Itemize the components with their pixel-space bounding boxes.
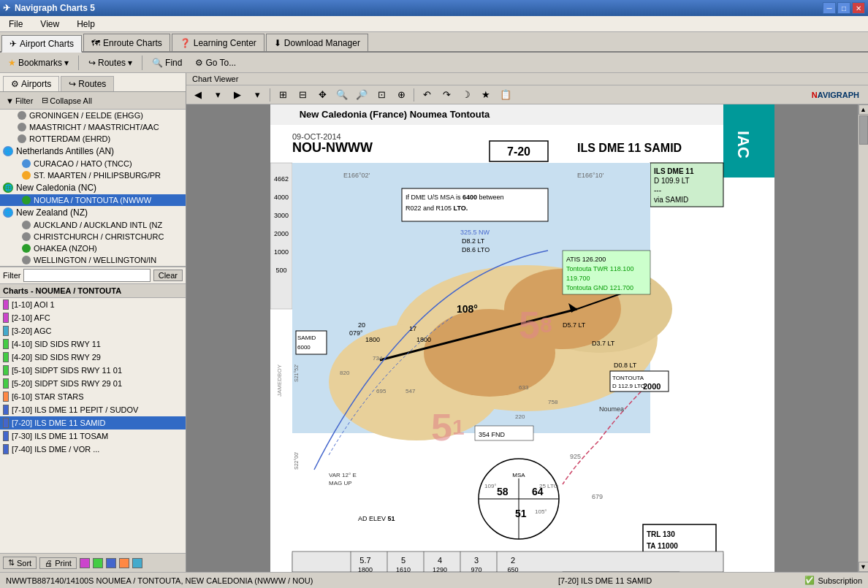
- airport-icon-curacao: [22, 159, 31, 168]
- svg-text:17: 17: [409, 325, 416, 332]
- svg-text:108°: 108°: [457, 303, 478, 315]
- chart-item-sidpt-rwy29-01[interactable]: [5-20] SIDPT SIDS RWY 29 01: [0, 377, 186, 390]
- airport-icon-stmaarten: [22, 171, 31, 180]
- chart-vscroll[interactable]: ▲ ▼: [858, 104, 868, 572]
- menu-file[interactable]: File: [3, 18, 28, 31]
- tab-learning[interactable]: ❓ Learning Center: [172, 34, 264, 51]
- group-netherlands-antilles[interactable]: 🌐 Netherlands Antilles (AN): [0, 145, 186, 158]
- airport-item-christchurch[interactable]: CHRISTCHURCH / CHRISTCHURC: [0, 231, 186, 243]
- rotate-right-button[interactable]: ↷: [438, 87, 455, 103]
- fit-page-button[interactable]: ⊞: [274, 87, 292, 103]
- svg-text:---: ---: [654, 186, 661, 194]
- chart-item-ils-samid[interactable]: [7-20] ILS DME 11 SAMID: [0, 416, 186, 429]
- chart-item-ils-tosam[interactable]: [7-30] ILS DME 11 TOSAM: [0, 429, 186, 443]
- print-button[interactable]: 🖨 Print: [39, 557, 77, 569]
- airport-item-ohakea[interactable]: OHAKEA (NZOH): [0, 243, 186, 254]
- airport-item-rotterdam[interactable]: ROTTERDAM (EHRD): [0, 133, 186, 145]
- airport-item-curacao[interactable]: CURACAO / HATO (TNCC): [0, 158, 186, 169]
- chart-item-star[interactable]: [6-10] STAR STARS: [0, 390, 186, 403]
- svg-text:E166°10': E166°10': [577, 172, 604, 179]
- chart-item-ils-pepit[interactable]: [7-10] ILS DME 11 PEPIT / SUDOV: [0, 403, 186, 416]
- airport-icon-ohakea: [22, 244, 31, 253]
- group-new-caledonia[interactable]: 🌐 New Caledonia (NC): [0, 181, 186, 194]
- menu-help[interactable]: Help: [71, 18, 101, 31]
- zoom-box-button[interactable]: ⊡: [373, 87, 390, 103]
- nav-forward-button[interactable]: ▶: [229, 87, 246, 103]
- airport-item-wellington[interactable]: WELLINGTON / WELLINGTON/IN: [0, 254, 186, 266]
- charts-list[interactable]: [1-10] AOI 1 [2-10] AFC [3-20] AGC [4-10…: [0, 298, 186, 553]
- chart-item-ils-vor[interactable]: [7-40] ILS DME / VOR ...: [0, 443, 186, 456]
- find-button[interactable]: 🔍 Find: [147, 56, 187, 70]
- filter-icon: ▼: [6, 96, 14, 105]
- scroll-up-button[interactable]: ▲: [859, 104, 869, 115]
- svg-text:2000: 2000: [273, 230, 288, 237]
- nav-back-button[interactable]: ◀: [189, 87, 207, 103]
- airport-list[interactable]: GRONINGEN / EELDE (EHGG) MAASTRICHT / MA…: [0, 110, 186, 267]
- night-mode-button[interactable]: ☽: [457, 87, 475, 103]
- chart-item-sid-rwy11[interactable]: [4-10] SID SIDS RWY 11: [0, 337, 186, 351]
- fit-width-button[interactable]: ⊟: [294, 87, 311, 103]
- airport-icon-groningen: [18, 111, 26, 120]
- airport-item-auckland[interactable]: AUCKLAND / AUCKLAND INTL (NZ: [0, 219, 186, 231]
- menu-view[interactable]: View: [34, 18, 65, 31]
- maximize-button[interactable]: □: [837, 2, 850, 14]
- airport-name-stmaarten: ST. MAARTEN / PHILIPSBURG/PR: [34, 171, 161, 180]
- find-icon: 🔍: [152, 58, 163, 68]
- color-swatch-blue[interactable]: [106, 558, 116, 568]
- routes-tab-icon: ↪: [69, 79, 76, 89]
- nav-back-dropdown[interactable]: ▾: [209, 87, 226, 103]
- airport-item-stmaarten[interactable]: ST. MAARTEN / PHILIPSBURG/PR: [0, 169, 186, 181]
- chart-label-agc: [3-20] AGC: [12, 327, 51, 335]
- svg-text:Tontouta TWR  118.100: Tontouta TWR 118.100: [566, 265, 633, 272]
- group-new-zealand[interactable]: 🌐 New Zealand (NZ): [0, 206, 186, 219]
- airport-item-noumea[interactable]: NOUMEA / TONTOUTA (NWWW: [0, 194, 186, 206]
- bookmark-button[interactable]: ★: [477, 87, 495, 103]
- rotate-left-button[interactable]: ↶: [418, 87, 435, 103]
- actual-size-button[interactable]: ⊕: [392, 87, 410, 103]
- filter-button[interactable]: ▼ Filter: [3, 96, 36, 106]
- sub-tab-airports[interactable]: ⚙ Airports: [3, 76, 59, 91]
- airport-name-ohakea: OHAKEA (NZOH): [34, 244, 97, 253]
- tab-enroute[interactable]: 🗺 Enroute Charts: [83, 34, 170, 51]
- svg-text:D8.6 LTO: D8.6 LTO: [462, 246, 490, 253]
- filter-clear-button[interactable]: Clear: [153, 270, 183, 281]
- chart-item-afc[interactable]: [2-10] AFC: [0, 311, 186, 324]
- close-button[interactable]: ✕: [852, 2, 865, 14]
- airport-item-groningen[interactable]: GRONINGEN / EELDE (EHGG): [0, 110, 186, 121]
- airport-icon-christchurch: [22, 232, 31, 241]
- tab-airport[interactable]: ✈ Airport Charts: [1, 35, 82, 53]
- tab-download[interactable]: ⬇ Download Manager: [266, 34, 368, 51]
- clipboard-button[interactable]: 📋: [497, 87, 514, 103]
- routes-button[interactable]: ↪ Routes ▾: [83, 56, 137, 70]
- color-swatch-purple[interactable]: [80, 558, 90, 568]
- color-swatch-green[interactable]: [93, 558, 103, 568]
- chart-item-aoi1[interactable]: [1-10] AOI 1: [0, 298, 186, 311]
- learning-tab-icon: ❓: [180, 38, 191, 48]
- bookmarks-button[interactable]: ★ Bookmarks ▾: [3, 56, 74, 70]
- scroll-thumb[interactable]: [859, 115, 868, 145]
- sub-tab-routes[interactable]: ↪ Routes: [61, 76, 114, 91]
- chart-item-sidpt-rwy11-01[interactable]: [5-10] SIDPT SIDS RWY 11 01: [0, 364, 186, 377]
- zoom-in-button[interactable]: 🔍: [333, 87, 351, 103]
- chart-label-star: [6-10] STAR STARS: [12, 392, 84, 401]
- color-swatch-cyan[interactable]: [132, 558, 142, 568]
- chart-item-agc[interactable]: [3-20] AGC: [0, 324, 186, 337]
- svg-text:119.700: 119.700: [566, 275, 590, 282]
- airport-name-groningen: GRONINGEN / EELDE (EHGG): [29, 111, 143, 120]
- svg-text:079°: 079°: [349, 329, 363, 337]
- collapse-all-button[interactable]: ⊟ Collapse All: [39, 95, 94, 106]
- goto-label: Go To...: [205, 58, 236, 68]
- chart-item-sid-rwy29[interactable]: [4-20] SID SIDS RWY 29: [0, 351, 186, 364]
- goto-button[interactable]: ⚙ Go To...: [190, 56, 241, 70]
- pan-button[interactable]: ✥: [313, 87, 331, 103]
- color-swatch-orange[interactable]: [119, 558, 129, 568]
- minimize-button[interactable]: ─: [823, 2, 836, 14]
- nav-forward-dropdown[interactable]: ▾: [248, 87, 266, 103]
- filter-input[interactable]: [23, 269, 150, 282]
- zoom-out-button[interactable]: 🔎: [353, 87, 370, 103]
- airport-item-maastricht[interactable]: MAASTRICHT / MAASTRICHT/AAC: [0, 121, 186, 133]
- scroll-down-button[interactable]: ▼: [859, 562, 869, 572]
- chart-canvas[interactable]: New Caledonia (France) Noumea Tontouta I…: [186, 104, 858, 572]
- sort-button[interactable]: ⇅ Sort: [3, 557, 37, 569]
- chart-label-sid-rwy29: [4-20] SID SIDS RWY 29: [12, 353, 101, 362]
